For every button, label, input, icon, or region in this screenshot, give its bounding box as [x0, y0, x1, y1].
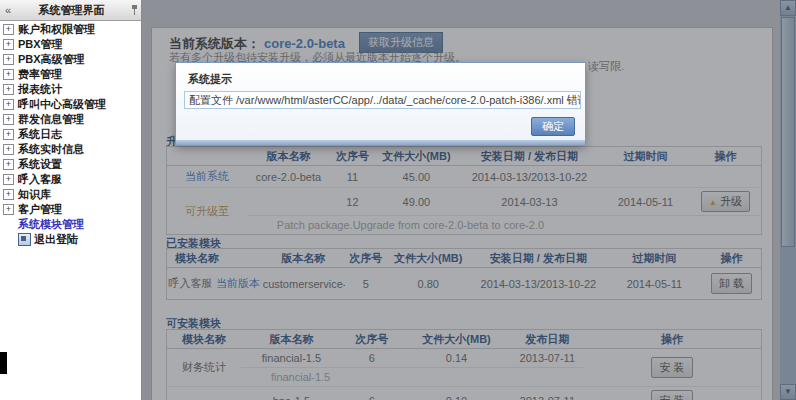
dialog-bottom-strip: [176, 140, 585, 145]
collapse-sidebar-icon[interactable]: «: [0, 4, 16, 16]
sidebar-item-label: 系统实时信息: [18, 142, 84, 157]
sidebar-item-module-manage[interactable]: 系统模块管理: [0, 217, 141, 232]
sidebar-item-label: 群发信息管理: [18, 112, 84, 127]
dialog-title: 系统提示: [188, 72, 232, 87]
sidebar-title: 系统管理界面: [16, 3, 127, 18]
sidebar-item-label: 呼入客服: [18, 172, 62, 187]
screen-artifact: [0, 352, 7, 374]
expand-plus-icon[interactable]: +: [3, 204, 14, 215]
expand-plus-icon[interactable]: +: [3, 159, 14, 170]
sidebar-item-label: 呼叫中心高级管理: [18, 97, 106, 112]
sidebar-item-settings[interactable]: + 系统设置: [0, 157, 141, 172]
sidebar-item-label: 知识库: [18, 187, 51, 202]
sidebar-item-inbound-service[interactable]: + 呼入客服: [0, 172, 141, 187]
sidebar-item-pbx[interactable]: + PBX管理: [0, 37, 141, 52]
sidebar-header: « 系统管理界面: [0, 0, 141, 21]
sidebar-item-label: 系统日志: [18, 127, 62, 142]
sidebar-item-label: PBX管理: [18, 37, 63, 52]
sidebar-item-label: 报表统计: [18, 82, 62, 97]
expand-plus-icon[interactable]: +: [3, 129, 14, 140]
expand-plus-icon[interactable]: +: [3, 114, 14, 125]
logout-icon: [18, 233, 31, 246]
expand-plus-icon[interactable]: +: [3, 144, 14, 155]
expand-plus-icon[interactable]: +: [3, 54, 14, 65]
sidebar-item-label: 系统设置: [18, 157, 62, 172]
expand-plus-icon[interactable]: +: [3, 99, 14, 110]
sidebar: « 系统管理界面 + 账户和权限管理 + PBX管理 + PBX高级管理 + 费…: [0, 0, 142, 400]
sidebar-item-reports[interactable]: + 报表统计: [0, 82, 141, 97]
sidebar-menu: + 账户和权限管理 + PBX管理 + PBX高级管理 + 费率管理 + 报表统…: [0, 22, 141, 247]
sidebar-item-label: 退出登陆: [34, 232, 78, 247]
expand-plus-icon[interactable]: +: [3, 39, 14, 50]
sidebar-item-label: 客户管理: [18, 202, 62, 217]
ok-button[interactable]: 确定: [531, 117, 575, 136]
sidebar-item-knowledgebase[interactable]: + 知识库: [0, 187, 141, 202]
sidebar-item-label: 账户和权限管理: [18, 22, 95, 37]
expand-plus-icon[interactable]: +: [3, 189, 14, 200]
sidebar-item-customers[interactable]: + 客户管理: [0, 202, 141, 217]
sidebar-item-accounts[interactable]: + 账户和权限管理: [0, 22, 141, 37]
sidebar-item-label: 系统模块管理: [18, 217, 84, 232]
pin-icon[interactable]: [127, 4, 141, 16]
modal-dim-overlay: [142, 0, 796, 400]
sidebar-item-rates[interactable]: + 费率管理: [0, 67, 141, 82]
app-window: « 系统管理界面 + 账户和权限管理 + PBX管理 + PBX高级管理 + 费…: [0, 0, 796, 400]
sidebar-item-label: PBX高级管理: [18, 52, 85, 67]
expand-plus-icon[interactable]: +: [3, 69, 14, 80]
expand-plus-icon[interactable]: +: [3, 84, 14, 95]
system-prompt-dialog: 系统提示 配置文件 /var/www/html/asterCC/app/../d…: [176, 63, 585, 145]
sidebar-item-callcenter[interactable]: + 呼叫中心高级管理: [0, 97, 141, 112]
expand-plus-icon[interactable]: +: [3, 174, 14, 185]
sidebar-item-logout[interactable]: 退出登陆: [0, 232, 141, 247]
sidebar-item-label: 费率管理: [18, 67, 62, 82]
dialog-message: 配置文件 /var/www/html/asterCC/app/../data/_…: [184, 91, 581, 109]
sidebar-item-realtime[interactable]: + 系统实时信息: [0, 142, 141, 157]
sidebar-item-broadcast[interactable]: + 群发信息管理: [0, 112, 141, 127]
sidebar-item-syslog[interactable]: + 系统日志: [0, 127, 141, 142]
expand-plus-icon[interactable]: +: [3, 24, 14, 35]
sidebar-item-pbx-advanced[interactable]: + PBX高级管理: [0, 52, 141, 67]
